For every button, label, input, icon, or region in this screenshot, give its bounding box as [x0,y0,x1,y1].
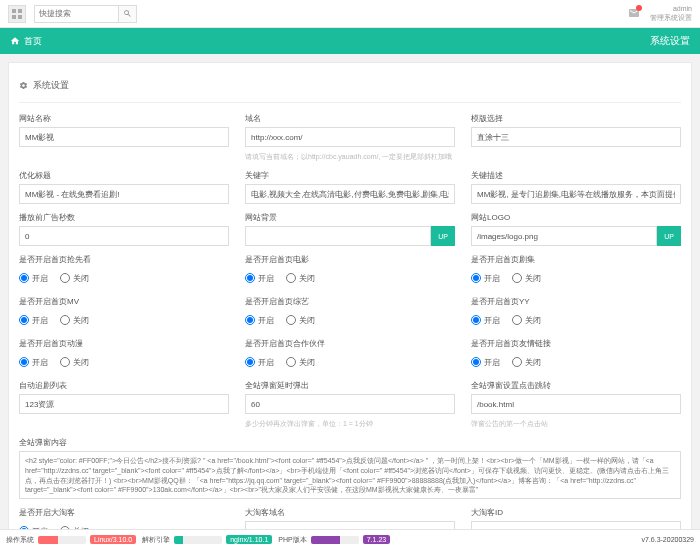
mail-icon[interactable] [628,7,640,21]
popup-page-input[interactable] [471,394,681,414]
footer-php-label: PHP版本 [278,535,306,545]
home-yy-label: 是否开启首页YY [471,296,681,307]
auto-list-input[interactable] [19,394,229,414]
description-label: 关键描述 [471,170,681,181]
home-tv-label: 是否开启首页剧集 [471,254,681,265]
footer-os-bar [38,536,58,544]
breadcrumb-home[interactable]: 首页 [10,35,42,48]
home-rec-off[interactable]: 关闭 [60,273,89,284]
ad-seconds-input[interactable] [19,226,229,246]
site-name-input[interactable] [19,127,229,147]
home-partner-on[interactable]: 开启 [245,357,274,368]
home-variety-on[interactable]: 开启 [245,315,274,326]
popup-delay-hint: 多少分钟再次弹出弹窗，单位：1 = 1分钟 [245,419,455,429]
search-button[interactable] [119,5,137,23]
domain-hint: 请填写当前域名；以http://cbc.yauadh.com/, 一定要把尾部斜… [245,152,455,162]
dataoke-id-label: 大淘客ID [471,507,681,518]
dataoke-enable-label: 是否开启大淘客 [19,507,229,518]
footer-parse-label: 解析引擎 [142,535,170,545]
footer-version: v7.6.3-20200329 [641,536,694,543]
home-icon [10,36,20,46]
site-bg-label: 网站背景 [245,212,455,223]
home-mv-label: 是否开启首页MV [19,296,229,307]
site-logo-input[interactable] [471,226,657,246]
keywords-input[interactable] [245,184,455,204]
template-label: 模版选择 [471,113,681,124]
template-input[interactable] [471,127,681,147]
search-input[interactable] [34,5,119,23]
home-partner-off[interactable]: 关闭 [286,357,315,368]
home-anime-label: 是否开启首页动漫 [19,338,229,349]
popup-content-label: 全站弹窗内容 [19,437,681,448]
description-input[interactable] [471,184,681,204]
home-rec-on[interactable]: 开启 [19,273,48,284]
footer-parse-value: nginx/1.10.1 [226,535,272,544]
home-mv-on[interactable]: 开启 [19,315,48,326]
search-icon [123,9,132,18]
popup-delay-input[interactable] [245,394,455,414]
home-rec-label: 是否开启首页抢先看 [19,254,229,265]
seo-title-input[interactable] [19,184,229,204]
home-mv-off[interactable]: 关闭 [60,315,89,326]
home-friend-off[interactable]: 关闭 [512,357,541,368]
seo-title-label: 优化标题 [19,170,229,181]
domain-input[interactable] [245,127,455,147]
page-title: 系统设置 [650,34,690,48]
home-friend-label: 是否开启首页友情链接 [471,338,681,349]
domain-label: 域名 [245,113,455,124]
popup-delay-label: 全站弹窗延时弹出 [245,380,455,391]
footer-php-value: 7.1.23 [363,535,390,544]
footer-php-bar [311,536,340,544]
footer-parse-bar [174,536,183,544]
home-tv-off[interactable]: 关闭 [512,273,541,284]
home-movie-off[interactable]: 关闭 [286,273,315,284]
home-movie-on[interactable]: 开启 [245,273,274,284]
site-logo-label: 网站LOGO [471,212,681,223]
home-variety-off[interactable]: 关闭 [286,315,315,326]
ad-seconds-label: 播放前广告秒数 [19,212,229,223]
home-yy-off[interactable]: 关闭 [512,315,541,326]
home-variety-label: 是否开启首页综艺 [245,296,455,307]
home-tv-on[interactable]: 开启 [471,273,500,284]
popup-page-hint: 弹窗公告的第一个点击站 [471,419,681,429]
footer-os-label: 操作系统 [6,535,34,545]
gear-icon [19,81,28,90]
svg-rect-2 [12,15,16,19]
footer-os-value: Linux/3.10.0 [90,535,136,544]
keywords-label: 关键字 [245,170,455,181]
app-logo [8,5,26,23]
site-bg-input[interactable] [245,226,431,246]
home-movie-label: 是否开启首页电影 [245,254,455,265]
site-logo-upload-button[interactable]: UP [657,226,681,246]
svg-rect-0 [12,9,16,13]
panel-heading: 系统设置 [19,73,681,103]
dataoke-domain-label: 大淘客域名 [245,507,455,518]
auto-list-label: 自动追剧列表 [19,380,229,391]
svg-rect-3 [18,15,22,19]
home-partner-label: 是否开启首页合作伙伴 [245,338,455,349]
home-anime-on[interactable]: 开启 [19,357,48,368]
popup-content-textarea[interactable] [19,451,681,499]
site-bg-upload-button[interactable]: UP [431,226,455,246]
svg-rect-1 [18,9,22,13]
home-anime-off[interactable]: 关闭 [60,357,89,368]
home-yy-on[interactable]: 开启 [471,315,500,326]
site-name-label: 网站名称 [19,113,229,124]
home-friend-on[interactable]: 开启 [471,357,500,368]
user-info[interactable]: admin管理系统设置 [650,5,692,22]
popup-page-label: 全站弹窗设置点击跳转 [471,380,681,391]
